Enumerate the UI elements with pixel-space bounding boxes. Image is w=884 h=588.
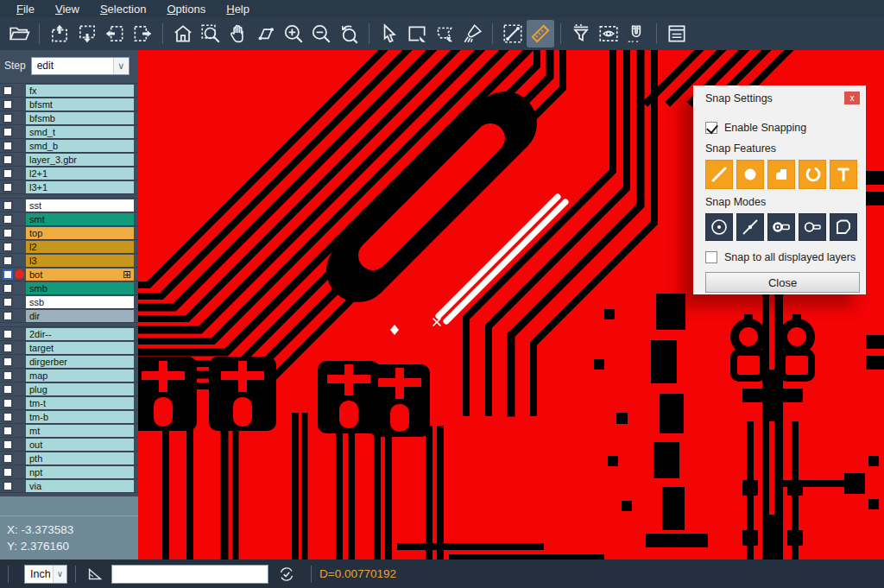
snap-mode-midpoint-button[interactable] xyxy=(736,213,764,241)
snap-feature-arc-button[interactable] xyxy=(799,160,826,189)
step-select[interactable]: edit ∨ xyxy=(31,57,129,75)
layer-name[interactable]: tm-t xyxy=(26,397,134,409)
layer-visibility-checkbox[interactable] xyxy=(3,329,13,339)
layer-row-npt[interactable]: npt xyxy=(0,465,138,479)
filter-button[interactable] xyxy=(567,20,595,47)
layer-visibility-checkbox[interactable] xyxy=(3,155,13,165)
snap-feature-pad-button[interactable] xyxy=(736,160,764,189)
unit-select[interactable]: Inch ∨ xyxy=(24,565,67,584)
layer-row-dirgerber[interactable]: dirgerber xyxy=(0,355,138,369)
layer-name[interactable]: plug xyxy=(26,383,134,395)
layer-visibility-checkbox[interactable] xyxy=(3,426,13,436)
measure-ruler-button[interactable] xyxy=(527,20,554,47)
pan-tool-button[interactable] xyxy=(224,20,252,47)
layer-visibility-checkbox[interactable] xyxy=(3,311,13,321)
layer-visibility-checkbox[interactable] xyxy=(3,127,13,137)
select-button[interactable] xyxy=(376,20,403,47)
chevron-down-icon[interactable]: ∨ xyxy=(53,566,66,583)
layer-name[interactable]: map xyxy=(26,370,134,382)
layer-name[interactable]: npt xyxy=(26,466,134,478)
menu-view[interactable]: View xyxy=(46,2,89,16)
layer-visibility-checkbox[interactable] xyxy=(3,439,13,450)
layer-name[interactable]: layer_3.gbr xyxy=(26,154,134,166)
layer-row-l3[interactable]: l3 xyxy=(0,254,138,268)
layer-visibility-checkbox[interactable] xyxy=(3,242,13,252)
snap-feature-surface-button[interactable] xyxy=(767,160,795,189)
snap-mode-pad-hole-button[interactable] xyxy=(767,213,795,241)
dialog-close-button[interactable]: Close xyxy=(705,272,860,293)
apply-sync-icon[interactable] xyxy=(277,565,296,584)
rect-select-button[interactable] xyxy=(403,20,431,47)
layer-name[interactable]: tm-b xyxy=(26,411,134,423)
zoom-out-button[interactable] xyxy=(307,20,335,47)
snap-mode-pad-outline-button[interactable] xyxy=(799,213,826,241)
layers-panel-button[interactable] xyxy=(663,20,691,47)
layer-row-via[interactable]: via xyxy=(0,479,138,493)
snap-all-layers-checkbox[interactable] xyxy=(705,251,717,263)
layer-name[interactable]: l3 xyxy=(26,255,134,267)
layer-row-smd_b[interactable]: smd_b xyxy=(0,139,138,153)
zoom-area-button[interactable] xyxy=(197,20,224,47)
menu-file[interactable]: File xyxy=(7,2,44,16)
layer-visibility-checkbox[interactable] xyxy=(3,384,13,395)
layer-visibility-checkbox[interactable] xyxy=(3,214,13,224)
layer-visibility-checkbox[interactable] xyxy=(3,357,13,367)
chevron-down-icon[interactable]: ∨ xyxy=(113,58,129,74)
snap-all-layers-row[interactable]: Snap to all displayed layers xyxy=(705,251,857,263)
layer-row-ssb[interactable]: ssb xyxy=(0,295,138,309)
layer-name[interactable]: sst xyxy=(26,199,134,212)
layer-name[interactable]: dirgerber xyxy=(26,356,134,368)
layer-row-smd_t[interactable]: smd_t xyxy=(0,125,138,139)
layer-name[interactable]: bot⊞ xyxy=(26,269,134,281)
layer-visibility-checkbox[interactable] xyxy=(3,228,13,238)
layer-row-pth[interactable]: pth xyxy=(0,452,138,465)
layer-row-l2+1[interactable]: l2+1 xyxy=(0,167,138,180)
snap-mode-contour-button[interactable] xyxy=(830,213,857,241)
layer-name[interactable]: smt xyxy=(26,213,134,225)
layer-row-map[interactable]: map xyxy=(0,369,138,383)
layer-row-layer_3.gbr[interactable]: layer_3.gbr xyxy=(0,153,138,167)
zoom-home-button[interactable] xyxy=(169,20,197,47)
layer-name[interactable]: dir xyxy=(26,310,134,322)
snap-settings-button[interactable] xyxy=(622,20,650,47)
zoom-in-button[interactable] xyxy=(280,20,307,47)
layer-visibility-checkbox[interactable] xyxy=(3,398,13,408)
layer-visibility-checkbox[interactable] xyxy=(3,412,13,422)
layer-row-bot[interactable]: bot⊞ xyxy=(0,268,138,281)
dialog-close-icon[interactable]: x xyxy=(844,92,860,104)
open-file-button[interactable] xyxy=(5,20,33,47)
enable-snapping-row[interactable]: Enable Snapping xyxy=(705,122,857,134)
snap-feature-line-button[interactable] xyxy=(705,160,733,189)
layer-name[interactable]: l3+1 xyxy=(26,181,134,193)
command-input[interactable] xyxy=(111,565,268,584)
layer-visibility-checkbox[interactable] xyxy=(3,85,13,96)
snap-feature-text-button[interactable] xyxy=(830,160,857,189)
layer-name[interactable]: l2+1 xyxy=(26,168,134,180)
pan-down-button[interactable] xyxy=(73,20,101,47)
layer-visibility-checkbox[interactable] xyxy=(3,113,13,123)
pan-right-button[interactable] xyxy=(129,20,156,47)
pan-up-button[interactable] xyxy=(46,20,73,47)
layer-name[interactable]: mt xyxy=(26,425,134,437)
layer-visibility-checkbox[interactable] xyxy=(3,453,13,464)
layer-name[interactable]: smd_t xyxy=(26,126,134,138)
measure-line-button[interactable] xyxy=(499,20,527,47)
layer-row-target[interactable]: target xyxy=(0,341,138,355)
dialog-title-bar[interactable]: Snap Settings x xyxy=(694,86,865,110)
layer-row-sst[interactable]: sst xyxy=(0,199,138,212)
layer-visibility-checkbox[interactable] xyxy=(3,99,13,110)
layer-visibility-checkbox[interactable] xyxy=(3,141,13,151)
layer-visibility-checkbox[interactable] xyxy=(3,256,13,266)
layer-visibility-checkbox[interactable] xyxy=(3,269,13,280)
zoom-object-button[interactable] xyxy=(252,20,280,47)
layer-row-out[interactable]: out xyxy=(0,438,138,452)
layer-row-l2[interactable]: l2 xyxy=(0,240,138,254)
layer-name[interactable]: bfsmt xyxy=(26,98,134,111)
menu-options[interactable]: Options xyxy=(157,2,215,16)
layer-name[interactable]: top xyxy=(26,227,134,239)
snap-mode-center-button[interactable] xyxy=(705,213,733,241)
layer-name[interactable]: fx xyxy=(26,85,134,97)
layer-visibility-checkbox[interactable] xyxy=(3,283,13,294)
layer-name[interactable]: bfsmb xyxy=(26,112,134,124)
pan-left-button[interactable] xyxy=(101,20,129,47)
